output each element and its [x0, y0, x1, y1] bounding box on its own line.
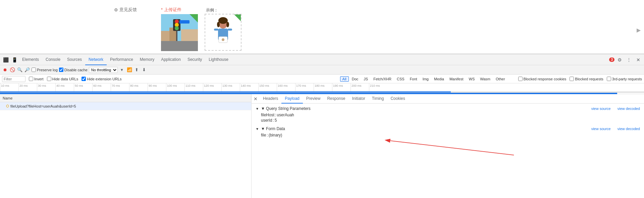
filter-input[interactable] — [2, 76, 25, 82]
tab-performance[interactable]: Performance — [107, 54, 137, 65]
upload-image[interactable] — [161, 14, 198, 51]
devtools-right-icons: 3 ⚙ ⋮ ✕ — [609, 55, 643, 64]
query-string-section: ▼ ▼ Query String Parameters view source … — [256, 106, 640, 123]
hide-extension-urls-checkbox[interactable]: Hide extension URLs — [82, 77, 121, 81]
tab-console[interactable]: Console — [42, 54, 64, 65]
tick-170ms: 170 ms — [295, 83, 314, 92]
tab-payload[interactable]: Payload — [281, 94, 303, 104]
close-payload-icon[interactable]: ✕ — [252, 95, 260, 103]
filter-wasm-btn[interactable]: Wasm — [478, 76, 493, 82]
blocked-requests-label: Blocked requests — [575, 77, 603, 81]
hide-data-urls-checkbox[interactable]: Hide data URLs — [47, 77, 78, 81]
clear-icon[interactable]: 🚫 — [9, 67, 15, 73]
svg-rect-4 — [161, 41, 198, 51]
svg-point-20 — [222, 38, 224, 41]
tick-180ms: 180 ms — [314, 83, 332, 92]
example-area: 示例： — [205, 7, 241, 51]
tick-190ms: 190 ms — [332, 83, 351, 92]
filter-all-btn[interactable]: All — [340, 76, 349, 82]
timeline-progress-bar — [0, 93, 644, 94]
view-decoded-link-qs[interactable]: view decoded — [618, 107, 640, 111]
svg-rect-17 — [214, 29, 218, 31]
page-area: ⚙ 意见反馈 * 上传证件 — [0, 0, 644, 54]
timeline-ticks: 10 ms 20 ms 30 ms 40 ms 50 ms 60 ms 70 m… — [0, 83, 644, 92]
scroll-right-arrow[interactable]: ▶ — [637, 27, 641, 33]
disable-cache-label: Disable cache — [64, 68, 88, 72]
filter-manifest-btn[interactable]: Manifest — [447, 76, 466, 82]
record-icon[interactable]: ⏺ — [2, 67, 8, 73]
filter-js-btn[interactable]: JS — [361, 76, 370, 82]
search-icon[interactable]: 🔎 — [24, 67, 30, 73]
name-column-header: Name — [0, 96, 251, 100]
filter-font-btn[interactable]: Font — [408, 76, 420, 82]
tick-90ms: 90 ms — [148, 83, 166, 92]
request-filename: fileUpload?fileHost=userAuah&userId=5 — [10, 104, 76, 108]
timeline-progress-fill — [0, 93, 617, 94]
export-icon[interactable]: ⬇ — [141, 67, 147, 73]
table-row[interactable]: ⬡ fileUpload?fileHost=userAuah&userId=5 — [0, 102, 251, 110]
tab-network[interactable]: Network — [85, 54, 107, 65]
view-source-link-fd[interactable]: view source — [591, 127, 611, 131]
throttle-down-icon[interactable]: ▾ — [119, 67, 125, 73]
tab-elements[interactable]: Elements — [19, 54, 42, 65]
close-devtools-icon[interactable]: ✕ — [634, 55, 643, 64]
filter-media-btn[interactable]: Media — [432, 76, 446, 82]
svg-point-13 — [218, 17, 228, 24]
import-icon[interactable]: ⬆ — [134, 67, 140, 73]
filter-icon[interactable]: 🔍 — [17, 67, 23, 73]
disable-cache-checkbox[interactable]: Disable cache — [59, 68, 88, 72]
preserve-log-checkbox[interactable]: Preserve log — [32, 68, 58, 72]
filter-doc-btn[interactable]: Doc — [350, 76, 361, 82]
timeline-bar: 10 ms 20 ms 30 ms 40 ms 50 ms 60 ms 70 m… — [0, 83, 644, 93]
tab-application[interactable]: Application — [158, 54, 184, 65]
svg-point-15 — [217, 22, 220, 27]
blocked-requests-checkbox[interactable]: Blocked requests — [570, 77, 603, 81]
tick-100ms: 100 ms — [166, 83, 184, 92]
tick-210ms: 210 ms — [369, 83, 387, 92]
query-string-header: ▼ ▼ Query String Parameters view source … — [256, 106, 640, 111]
svg-rect-10 — [179, 20, 190, 24]
form-data-label: ▼ Form Data — [261, 126, 285, 131]
third-party-requests-label: 3rd-party requests — [612, 77, 642, 81]
tab-cookies[interactable]: Cookies — [387, 94, 408, 104]
filter-fetchxhr-btn[interactable]: Fetch/XHR — [371, 76, 394, 82]
tick-70ms: 70 ms — [111, 83, 129, 92]
query-string-label: ▼ Query String Parameters — [261, 106, 311, 111]
request-list-header: Name — [0, 94, 251, 102]
blocked-response-cookies-checkbox[interactable]: Blocked response cookies — [518, 77, 567, 81]
network-conditions-icon[interactable]: 📶 — [126, 67, 132, 73]
tab-lighthouse[interactable]: Lighthouse — [205, 54, 232, 65]
filter-other-btn[interactable]: Other — [493, 76, 507, 82]
tab-headers[interactable]: Headers — [260, 94, 281, 104]
tick-140ms: 140 ms — [240, 83, 258, 92]
feedback-button[interactable]: ⚙ 意见反馈 — [114, 7, 137, 13]
filter-ws-btn[interactable]: WS — [467, 76, 477, 82]
param-filehost: fileHost : userAuah — [256, 112, 640, 118]
tab-timing[interactable]: Timing — [369, 94, 387, 104]
tick-30ms: 30 ms — [37, 83, 55, 92]
tab-memory[interactable]: Memory — [137, 54, 158, 65]
payload-panel: ✕ Headers Payload Preview Response Initi… — [252, 94, 644, 198]
tab-response[interactable]: Response — [324, 94, 348, 104]
tab-preview[interactable]: Preview — [303, 94, 324, 104]
throttle-select[interactable]: No throttling — [89, 67, 118, 73]
third-party-requests-checkbox[interactable]: 3rd-party requests — [607, 77, 642, 81]
tick-130ms: 130 ms — [221, 83, 240, 92]
tick-60ms: 60 ms — [92, 83, 111, 92]
invert-label: Invert — [34, 77, 44, 81]
tab-initiator[interactable]: Initiator — [348, 94, 368, 104]
feedback-label: 意见反馈 — [119, 7, 137, 13]
js-icon: ⬡ — [6, 104, 9, 108]
filter-css-btn[interactable]: CSS — [394, 76, 407, 82]
settings-icon[interactable]: ⚙ — [615, 55, 624, 64]
tab-sources[interactable]: Sources — [64, 54, 85, 65]
view-decoded-link-fd[interactable]: view decoded — [618, 127, 640, 131]
tab-security[interactable]: Security — [184, 54, 205, 65]
view-source-link-qs[interactable]: view source — [591, 107, 611, 111]
tick-20ms: 20 ms — [18, 83, 37, 92]
device-toolbar-icon[interactable]: 📱 — [10, 55, 19, 64]
inspect-element-icon[interactable]: ⬛ — [1, 55, 10, 64]
more-options-icon[interactable]: ⋮ — [625, 55, 633, 64]
filter-img-btn[interactable]: Img — [420, 76, 431, 82]
invert-checkbox[interactable]: Invert — [29, 77, 44, 81]
